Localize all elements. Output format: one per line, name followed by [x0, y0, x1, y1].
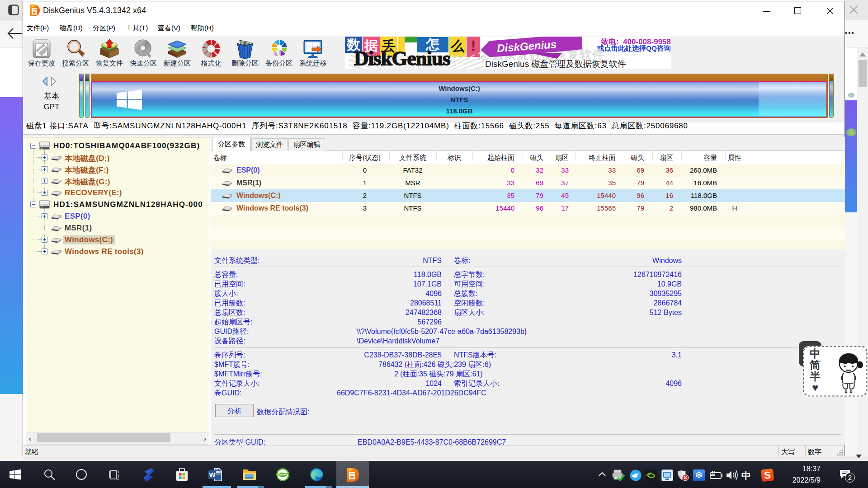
svg-text:W: W [209, 471, 216, 479]
